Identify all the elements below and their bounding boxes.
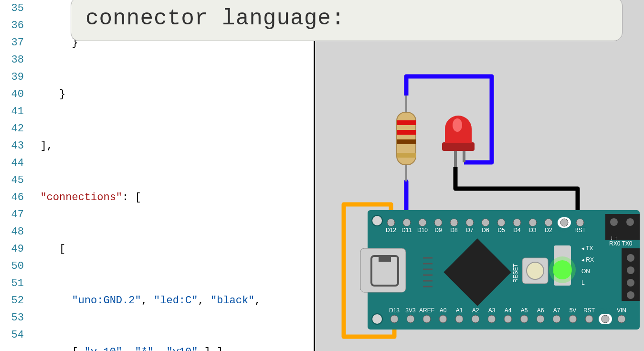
svg-text:RX0  TX0: RX0 TX0 xyxy=(609,240,633,247)
line-number: 40 xyxy=(0,86,24,103)
code-line: "connections": [ xyxy=(28,189,314,206)
side-header[interactable] xyxy=(622,248,640,301)
line-number: 54 xyxy=(0,327,24,344)
pin-label: D8 xyxy=(450,227,458,234)
code-line: [ xyxy=(28,241,314,258)
pin-hole[interactable] xyxy=(497,219,505,226)
pin-label: A0 xyxy=(440,307,447,314)
pin-hole[interactable] xyxy=(407,315,414,323)
svg-point-39 xyxy=(627,266,634,274)
line-number: 43 xyxy=(0,138,24,155)
pin-label: D13 xyxy=(389,307,400,314)
pin-label: D2 xyxy=(545,227,552,234)
code-line: } xyxy=(28,86,314,103)
svg-point-41 xyxy=(627,291,634,299)
svg-rect-3 xyxy=(397,120,416,125)
pin-hole[interactable] xyxy=(602,315,609,323)
code-line: ], xyxy=(28,138,314,155)
line-number: 41 xyxy=(0,103,24,120)
pin-hole[interactable] xyxy=(387,219,395,226)
pin-label: AREF xyxy=(419,307,434,314)
pin-hole[interactable] xyxy=(488,315,496,323)
svg-point-10 xyxy=(372,215,382,226)
pin-label: A5 xyxy=(521,307,528,314)
pin-hole[interactable] xyxy=(450,219,458,226)
simulator-panel[interactable]: RESET ◂ TX ◂ RX ON L ↓ ↑ RX0 TX0 xyxy=(314,0,644,351)
line-number: 53 xyxy=(0,309,24,327)
pin-label: A1 xyxy=(456,307,463,314)
pin-label: RST xyxy=(583,307,595,314)
svg-text:◂ TX: ◂ TX xyxy=(581,245,593,252)
svg-point-40 xyxy=(627,279,634,287)
led-red[interactable] xyxy=(442,116,475,167)
pin-hole[interactable] xyxy=(529,219,537,226)
svg-point-23 xyxy=(527,262,544,279)
svg-rect-14 xyxy=(379,255,391,262)
line-number: 50 xyxy=(0,258,24,275)
line-number: 37 xyxy=(0,34,24,52)
pin-hole[interactable] xyxy=(472,315,479,323)
resistor-r1[interactable] xyxy=(397,96,416,181)
line-number: 48 xyxy=(0,223,24,241)
svg-point-27 xyxy=(549,256,576,283)
svg-point-33 xyxy=(610,218,618,226)
pin-label: GND xyxy=(599,307,612,314)
pin-label: A4 xyxy=(505,307,512,314)
pin-hole[interactable] xyxy=(466,219,474,226)
pin-hole[interactable] xyxy=(434,219,442,226)
pin-hole[interactable] xyxy=(439,315,447,323)
pin-label: GND xyxy=(558,227,571,234)
code-line: [ "v-10", "*", "v10" ] ], xyxy=(28,344,314,351)
pin-hole[interactable] xyxy=(419,219,426,226)
code-editor[interactable]: 35 36 37 38 39 40 41 42 43 44 45 46 47 4… xyxy=(0,0,314,351)
pin-label: A7 xyxy=(553,307,560,314)
line-number: 36 xyxy=(0,17,24,34)
line-number: 44 xyxy=(0,155,24,172)
svg-rect-6 xyxy=(397,153,416,158)
code-line: } xyxy=(28,34,314,52)
pin-hole[interactable] xyxy=(618,315,625,323)
line-number: 46 xyxy=(0,189,24,206)
pin-hole[interactable] xyxy=(553,315,560,323)
line-number-gutter: 35 36 37 38 39 40 41 42 43 44 45 46 47 4… xyxy=(0,0,28,344)
pin-hole[interactable] xyxy=(576,219,584,226)
pin-hole[interactable] xyxy=(545,219,552,226)
pin-label: 3V3 xyxy=(405,307,416,314)
code-body[interactable]: } } ], "connections": [ [ "uno:GND.2", "… xyxy=(28,0,314,351)
pin-hole[interactable] xyxy=(520,315,528,323)
pin-label: A3 xyxy=(488,307,496,314)
pin-label: D11 xyxy=(401,227,412,234)
pin-hole[interactable] xyxy=(504,315,512,323)
pin-hole[interactable] xyxy=(482,219,489,226)
svg-point-11 xyxy=(372,314,382,324)
svg-point-8 xyxy=(453,118,462,132)
pin-hole[interactable] xyxy=(403,219,411,226)
pin-label: D7 xyxy=(466,227,474,234)
pin-hole[interactable] xyxy=(423,315,431,323)
pin-label: D9 xyxy=(434,227,442,234)
line-number: 39 xyxy=(0,69,24,86)
line-number: 35 xyxy=(0,0,24,17)
pin-hole[interactable] xyxy=(585,315,593,323)
pin-hole[interactable] xyxy=(560,219,568,226)
arduino-nano[interactable]: RESET ◂ TX ◂ RX ON L ↓ ↑ RX0 TX0 xyxy=(360,210,640,330)
usb-port xyxy=(360,248,406,292)
pin-hole[interactable] xyxy=(455,315,463,323)
pin-hole[interactable] xyxy=(569,315,577,323)
pin-hole[interactable] xyxy=(537,315,544,323)
line-number: 42 xyxy=(0,120,24,138)
pin-row-bottom: D133V3AREFA0A1A2A3A4A5A6A75VRSTGNDVIN xyxy=(389,307,626,324)
svg-point-38 xyxy=(627,254,634,262)
circuit-stage: RESET ◂ TX ◂ RX ON L ↓ ↑ RX0 TX0 xyxy=(315,0,644,351)
pin-label: A2 xyxy=(472,307,479,314)
svg-rect-7 xyxy=(442,142,475,151)
svg-text:L: L xyxy=(581,279,585,286)
pin-label: D10 xyxy=(417,227,428,234)
pin-hole[interactable] xyxy=(391,315,398,323)
svg-rect-4 xyxy=(397,130,416,135)
line-number: 47 xyxy=(0,206,24,223)
svg-rect-5 xyxy=(397,139,416,144)
pin-hole[interactable] xyxy=(513,219,521,226)
svg-text:RESET: RESET xyxy=(512,263,519,283)
pin-label: D3 xyxy=(529,227,537,234)
